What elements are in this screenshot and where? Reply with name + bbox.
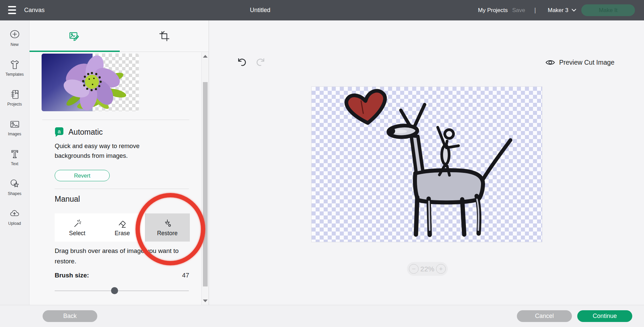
brush-icon [162, 218, 172, 228]
topbar-separator: | [534, 0, 536, 20]
tshirt-icon [9, 59, 20, 70]
scrollbar-thumb[interactable] [203, 82, 208, 286]
preview-cut-image-button[interactable]: Preview Cut Image [545, 57, 614, 68]
sidebar-item-label: Projects [7, 102, 22, 107]
machine-name: Maker 3 [548, 7, 568, 14]
page-title: Canvas [24, 0, 45, 20]
sidebar-item-label: Images [8, 132, 21, 136]
undo-button[interactable] [236, 57, 248, 68]
top-bar: Canvas Untitled My Projects Save | Maker… [0, 0, 644, 20]
picture-icon [9, 119, 20, 130]
image-artboard[interactable] [311, 86, 542, 242]
sidebar-item-label: New [10, 42, 18, 47]
panel-tab-bar [30, 20, 209, 52]
select-tool-button[interactable]: Select [55, 213, 100, 242]
bottom-action-bar: Back Cancel Continue [0, 305, 644, 327]
continue-button[interactable]: Continue [577, 310, 632, 322]
chevron-down-icon [572, 9, 576, 12]
scroll-up-arrow-icon[interactable] [203, 55, 208, 58]
magic-wand-icon [72, 218, 82, 228]
manual-tool-row: Select Erase Restore [55, 213, 190, 242]
manual-title: Manual [55, 195, 80, 204]
undo-arrow-icon [236, 57, 248, 68]
scroll-down-arrow-icon[interactable] [203, 300, 208, 302]
revert-button[interactable]: Revert [55, 170, 110, 181]
image-edit-icon [69, 30, 80, 42]
brush-size-slider[interactable] [55, 290, 189, 291]
redo-arrow-icon [255, 57, 266, 68]
save-button[interactable]: Save [512, 0, 525, 20]
cricut-design-space-app: Canvas Untitled My Projects Save | Maker… [0, 0, 644, 327]
sidebar-item-label: Upload [8, 221, 21, 226]
image-thumbnail[interactable] [42, 54, 139, 111]
zoom-out-button[interactable]: − [409, 264, 419, 274]
section-divider [42, 120, 189, 120]
plus-circle-icon [9, 29, 20, 41]
automatic-title: Automatic [68, 128, 103, 137]
restore-tool-button[interactable]: Restore [145, 213, 190, 242]
svg-text:a: a [58, 129, 61, 134]
brush-size-label: Brush size: [55, 272, 89, 279]
flower-preview-image [42, 54, 139, 111]
sidebar-item-shapes[interactable]: Shapes [0, 174, 30, 203]
tab-remove-background[interactable] [30, 20, 119, 52]
tool-label: Select [69, 230, 86, 237]
eraser-icon [117, 218, 127, 228]
canvas-workspace: Preview Cut Image [209, 20, 644, 305]
make-it-button[interactable]: Make It [581, 4, 635, 16]
upload-cloud-icon [9, 208, 20, 219]
sidebar-item-label: Templates [5, 72, 24, 77]
cricut-access-badge-icon: a [55, 127, 64, 137]
zoom-level-value: 22% [420, 265, 434, 273]
cancel-button[interactable]: Cancel [517, 310, 572, 322]
horse-drawing-image [312, 87, 543, 243]
sidebar-item-images[interactable]: Images [0, 114, 30, 144]
redo-button[interactable] [255, 57, 266, 68]
sidebar-item-new[interactable]: New [0, 24, 30, 54]
sidebar-item-text[interactable]: Text [0, 144, 30, 174]
document-title[interactable]: Untitled [250, 0, 270, 20]
brush-size-value: 47 [170, 272, 189, 279]
hamburger-menu-icon[interactable] [8, 6, 16, 14]
erase-tool-button[interactable]: Erase [100, 213, 145, 242]
automatic-section-header: a Automatic [55, 127, 103, 137]
tool-label: Erase [115, 230, 130, 237]
eye-icon [545, 57, 555, 68]
panel-scrollbar[interactable] [201, 52, 209, 305]
notebook-icon [9, 89, 20, 100]
sidebar-item-label: Shapes [8, 191, 21, 196]
text-icon [9, 148, 20, 160]
sidebar-item-upload[interactable]: Upload [0, 203, 30, 233]
crop-icon [159, 30, 170, 42]
section-divider [55, 189, 189, 189]
machine-selector[interactable]: Maker 3 [548, 0, 576, 20]
tool-label: Restore [157, 230, 177, 237]
sidebar-item-projects[interactable]: Projects [0, 84, 30, 114]
edit-image-panel: a Automatic Quick and easy way to remove… [30, 20, 209, 305]
my-projects-link[interactable]: My Projects [478, 0, 508, 20]
preview-label: Preview Cut Image [559, 59, 614, 66]
zoom-control: − 22% + [407, 262, 448, 276]
sidebar-item-label: Text [11, 161, 18, 166]
restore-hint-text: Drag brush over areas of image you want … [55, 246, 193, 266]
automatic-description: Quick and easy way to remove backgrounds… [55, 141, 153, 160]
shapes-icon [9, 178, 20, 190]
sidebar-item-templates[interactable]: Templates [0, 54, 30, 84]
active-tab-underline [30, 51, 120, 52]
left-sidebar: New Templates Projects Images Text Shape… [0, 20, 30, 305]
tab-crop[interactable] [119, 20, 209, 52]
zoom-in-button[interactable]: + [436, 264, 446, 274]
back-button[interactable]: Back [43, 310, 97, 322]
brush-size-slider-thumb[interactable] [111, 287, 118, 294]
